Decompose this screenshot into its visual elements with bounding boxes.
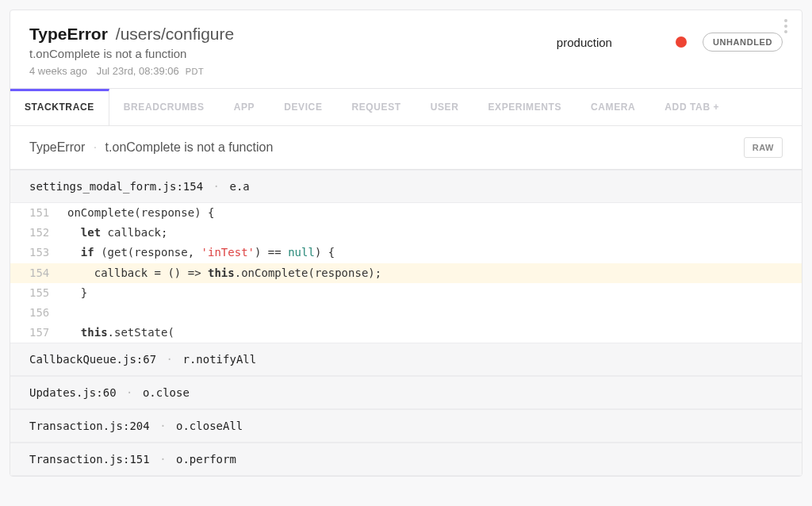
frame-function: e.a [229, 180, 249, 193]
line-number: 151 [29, 203, 67, 223]
code-line: 153 if (get(response, 'inTest') == null)… [10, 243, 802, 263]
code-line: 155 } [10, 283, 802, 303]
error-timezone: PDT [186, 67, 205, 76]
line-number: 154 [29, 263, 67, 283]
tab-experiments[interactable]: EXPERIMENTS [473, 89, 576, 125]
tab-stacktrace[interactable]: STACKTRACE [10, 89, 109, 125]
code-content: } [67, 283, 87, 303]
code-line: 154 callback = () => this.onComplete(res… [10, 263, 802, 283]
frame-function: o.perform [176, 453, 236, 466]
separator: · [153, 420, 173, 432]
error-path: /users/configure [116, 25, 234, 44]
summary-error-type: TypeError [29, 140, 85, 154]
error-header: TypeError /users/configure t.onComplete … [10, 10, 802, 89]
code-line: 156 [10, 303, 802, 323]
stack-frame-header[interactable]: Transaction.js:204 · o.closeAll [10, 409, 802, 443]
separator: · [94, 140, 97, 154]
tab-bar: STACKTRACEBREADCRUMBSAPPDEVICEREQUESTUSE… [10, 89, 802, 126]
separator: · [153, 453, 173, 466]
stacktrace-summary: TypeError · t.onComplete is not a functi… [10, 126, 802, 170]
frame-file: settings_modal_form.js:154 [29, 180, 203, 193]
error-type: TypeError [29, 25, 108, 44]
code-content: if (get(response, 'inTest') == null) { [67, 243, 335, 263]
code-content: callback = () => this.onComplete(respons… [67, 263, 381, 283]
stack-frame-header[interactable]: Transaction.js:151 · o.perform [10, 443, 802, 476]
line-number: 157 [29, 323, 67, 343]
line-number: 155 [29, 283, 67, 303]
frame-file: CallbackQueue.js:67 [29, 353, 156, 366]
frame-function: r.notifyAll [182, 353, 256, 366]
summary-error-message: t.onComplete is not a function [105, 140, 274, 154]
frame-file: Transaction.js:151 [29, 453, 150, 466]
separator: · [213, 180, 220, 193]
stack-frame-header[interactable]: CallbackQueue.js:67 · r.notifyAll [10, 343, 802, 376]
environment-label: production [557, 36, 612, 49]
stack-frame-header[interactable]: Updates.js:60 · o.close [10, 376, 802, 409]
tab-add-tab-[interactable]: ADD TAB + [650, 89, 734, 125]
code-line: 152 let callback; [10, 223, 802, 243]
separator: · [159, 353, 179, 366]
tab-breadcrumbs[interactable]: BREADCRUMBS [109, 89, 220, 125]
frame-function: o.close [143, 386, 190, 399]
frame-function: o.closeAll [176, 420, 243, 432]
error-timestamp: Jul 23rd, 08:39:06 [97, 65, 179, 77]
separator: · [120, 386, 140, 399]
line-number: 153 [29, 243, 67, 263]
code-content: onComplete(response) { [67, 203, 214, 223]
stack-frame-header[interactable]: settings_modal_form.js:154 · e.a [10, 170, 802, 203]
code-content: let callback; [67, 223, 167, 243]
tab-camera[interactable]: CAMERA [576, 89, 650, 125]
tab-device[interactable]: DEVICE [270, 89, 337, 125]
error-panel: TypeError /users/configure t.onComplete … [10, 10, 802, 477]
frame-file: Updates.js:60 [29, 386, 117, 399]
tab-app[interactable]: APP [220, 89, 270, 125]
tab-user[interactable]: USER [416, 89, 474, 125]
raw-button[interactable]: RAW [744, 137, 783, 158]
line-number: 152 [29, 223, 67, 243]
line-number: 156 [29, 303, 67, 323]
code-line: 151onComplete(response) { [10, 203, 802, 223]
status-dot-icon [676, 36, 687, 48]
code-content: this.setState( [67, 323, 174, 343]
code-line: 157 this.setState( [10, 323, 802, 343]
timestamp-row: 4 weeks ago Jul 23rd, 08:39:06PDT [29, 65, 783, 77]
error-age: 4 weeks ago [29, 65, 87, 77]
tab-request[interactable]: REQUEST [337, 89, 416, 125]
frame-file: Transaction.js:204 [29, 420, 150, 432]
handled-pill: UNHANDLED [703, 33, 783, 52]
code-block: 151onComplete(response) {152 let callbac… [10, 203, 802, 343]
